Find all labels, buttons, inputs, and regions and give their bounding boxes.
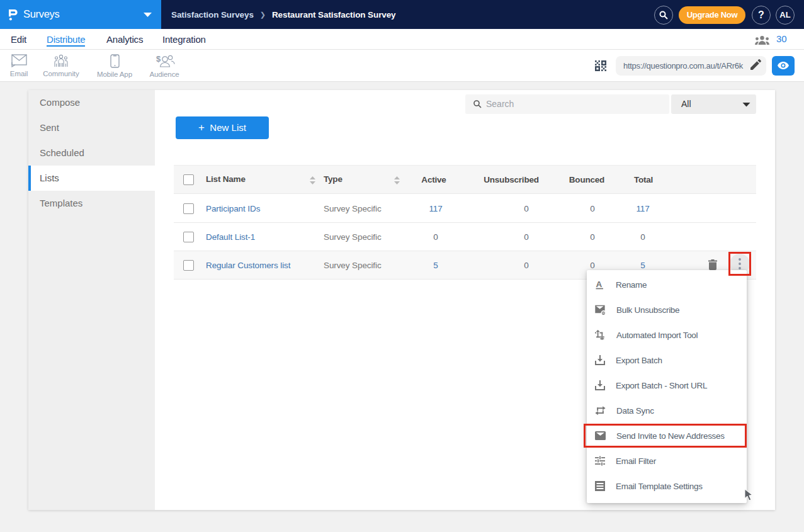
svg-text:A: A <box>596 280 603 289</box>
svg-text:$: $ <box>156 54 161 64</box>
